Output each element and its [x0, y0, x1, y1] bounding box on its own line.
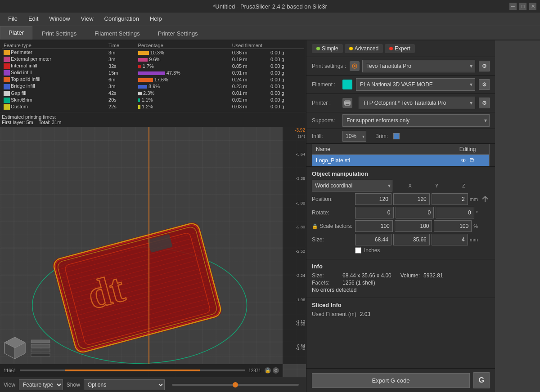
brim-checkbox[interactable] [393, 133, 400, 139]
x-ruler: 11661 12871 🔒 ⚙ [0, 364, 283, 377]
coord-system-select[interactable]: World coordinal [312, 180, 392, 192]
grid-background: dt -3.92 (14) -3.64 -3.36 [0, 127, 306, 377]
feature-label-cell: Solid infill [2, 69, 107, 76]
meters-cell: 0.01 m [230, 90, 269, 97]
feature-label-cell: Custom [2, 103, 107, 110]
rotate-y-input[interactable] [396, 207, 434, 218]
position-y-input[interactable] [393, 193, 430, 205]
object-row-logo[interactable]: Logo_Plate.stl 👁 ⧉ [312, 155, 489, 166]
scale-z-input[interactable] [434, 220, 472, 232]
g-button[interactable]: G [473, 372, 490, 388]
tab-filament-settings[interactable]: Filament Settings [86, 27, 148, 40]
printer-config-btn[interactable]: ⚙ [479, 98, 490, 108]
edit-icon[interactable]: ⧉ [470, 156, 474, 164]
feature-label-cell: Bridge infill [2, 83, 107, 89]
time-cell: 3m [107, 83, 136, 89]
menu-view[interactable]: View [76, 14, 98, 23]
menu-edit[interactable]: Edit [24, 14, 43, 23]
expert-mode-button[interactable]: Expert [385, 44, 415, 53]
y-header: Y [424, 183, 450, 188]
layer-slider[interactable] [172, 384, 299, 386]
print-settings-config-btn[interactable]: ⚙ [479, 61, 490, 71]
vertical-line [148, 127, 149, 364]
tab-printer-settings[interactable]: Printer Settings [149, 27, 207, 40]
menu-window[interactable]: Window [45, 14, 74, 23]
stats-row: Top solid infill6m 17.6%0.24 m0.00 g [2, 76, 304, 83]
filament-profile-select[interactable]: PLA National 3D VASE MODE [356, 78, 475, 91]
coord-system-wrap: World coordinal ▾ [312, 180, 392, 192]
main-content: Feature type Time Percentage Used filame… [0, 40, 540, 392]
eye-icon[interactable]: 👁 [461, 157, 466, 164]
stats-row: Solid infill15m 47.3%0.91 m0.00 g [2, 69, 304, 76]
object-name: Logo_Plate.stl [316, 157, 450, 164]
svg-rect-40 [346, 104, 349, 105]
menubar: File Edit Window View Configuration Help [0, 13, 540, 25]
maximize-button[interactable]: □ [519, 3, 526, 10]
printer-profile-select[interactable]: TTP Octoprint * Tevo Tarantula Pro [359, 97, 475, 109]
minimize-button[interactable]: ─ [509, 3, 517, 10]
time-cell: 6m [107, 76, 136, 83]
advanced-mode-button[interactable]: Advanced [345, 44, 383, 53]
supports-select-wrap: For support enforcers only ▾ [342, 114, 490, 127]
inches-checkbox[interactable] [355, 247, 361, 254]
feature-type-select[interactable]: Feature type [19, 379, 63, 390]
col-used-filament: Used filament [230, 42, 304, 49]
infill-select[interactable]: 10% [342, 131, 366, 142]
objects-table: Name Editing Logo_Plate.stl 👁 ⧉ [312, 144, 490, 166]
export-gcode-button[interactable]: Export G-code [312, 373, 470, 388]
percentage-cell: 9.6% [136, 56, 230, 62]
scale-x-input[interactable] [355, 220, 393, 232]
close-button[interactable]: ✕ [529, 3, 536, 10]
tab-plater[interactable]: Plater [0, 26, 32, 40]
position-z-input[interactable] [432, 193, 468, 205]
position-label: Position: [312, 196, 352, 202]
stats-row: Internal infill32s 1.7%0.05 m0.00 g [2, 62, 304, 69]
simple-mode-button[interactable]: Simple [312, 44, 343, 53]
menu-configuration[interactable]: Configuration [100, 14, 144, 23]
percentage-cell: 2.3% [136, 90, 230, 97]
size-x-input[interactable] [355, 234, 392, 245]
export-bar: Export G-code G [306, 368, 495, 392]
name-column-header: Name [316, 146, 450, 152]
svg-point-36 [354, 65, 356, 67]
percentage-cell: 1.2% [136, 103, 230, 110]
feature-label-cell: Internal infill [2, 62, 107, 69]
rotate-z-input[interactable] [436, 207, 474, 218]
size-label: Size: [312, 236, 352, 243]
size-y-input[interactable] [393, 234, 430, 245]
info-size-label: Size: [312, 272, 339, 279]
filament-config-btn[interactable]: ⚙ [479, 79, 490, 90]
settings-bottom-icon[interactable]: ⚙ [273, 367, 279, 374]
corner-cube-icon [4, 336, 26, 359]
filament-label: Filament : [312, 81, 339, 88]
bottom-bar: View Feature type Show Options [0, 377, 306, 392]
meters-cell: 0.03 m [230, 103, 269, 110]
supports-select[interactable]: For support enforcers only [342, 114, 490, 127]
scale-y-input[interactable] [395, 220, 432, 232]
svg-rect-32 [31, 344, 50, 347]
time-cell: 42s [107, 90, 136, 97]
3d-viewport[interactable]: dt -3.92 (14) -3.64 -3.36 [0, 127, 306, 377]
window-title: *Untitled - PrusaSlicer-2.4.2 based on S… [213, 3, 327, 10]
first-layer-value: 5m [26, 120, 33, 125]
position-x-input[interactable] [355, 193, 392, 205]
svg-rect-34 [31, 353, 50, 356]
print-settings-icon [350, 61, 360, 71]
manip-extra-btn[interactable] [481, 196, 490, 203]
grams-cell: 0.00 g [269, 69, 304, 76]
titlebar: *Untitled - PrusaSlicer-2.4.2 based on S… [0, 0, 540, 13]
first-layer-label: First layer: [2, 120, 26, 125]
menu-file[interactable]: File [4, 14, 22, 23]
lock-bottom-icon[interactable]: 🔒 [265, 367, 271, 374]
time-cell: 15m [107, 69, 136, 76]
info-facets-row: Facets: 1256 (1 shell) [312, 280, 490, 286]
rotate-x-input[interactable] [355, 207, 394, 218]
menu-help[interactable]: Help [145, 14, 166, 23]
time-cell: 3m [107, 56, 136, 62]
options-select[interactable]: Options [84, 379, 165, 390]
printer-profile-wrap: TTP Octoprint * Tevo Tarantula Pro ▾ [359, 97, 475, 109]
print-profile-select[interactable]: Tevo Tarantula Pro [362, 60, 475, 72]
size-z-input[interactable] [432, 234, 468, 245]
meters-cell: 0.24 m [230, 76, 269, 83]
tab-print-settings[interactable]: Print Settings [33, 27, 85, 40]
